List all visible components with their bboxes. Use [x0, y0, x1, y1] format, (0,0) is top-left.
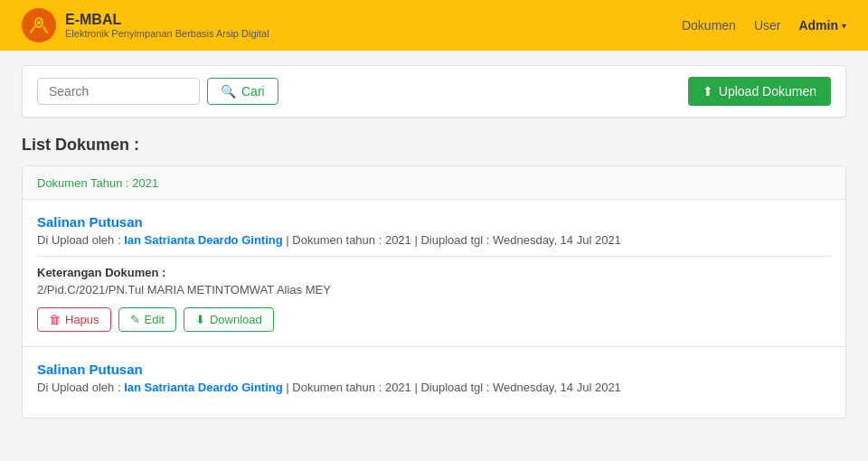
uploader-1: Ian Satrianta Deardo Ginting: [124, 381, 283, 394]
search-icon: 🔍: [221, 84, 236, 99]
brand-subtitle: Elektronik Penyimpanan Berbasis Arsip Di…: [65, 28, 269, 39]
upload-date-0: Diupload tgl : Wednesday, 14 Jul 2021: [420, 233, 620, 247]
hapus-button-0[interactable]: 🗑 Hapus: [37, 307, 111, 332]
keterangan-value-0: 2/Pid.C/2021/PN.Tul MARIA METINTOMWAT Al…: [37, 283, 831, 296]
year-label: Dokumen Tahun : 2021: [37, 176, 158, 190]
dokumen-container: Dokumen Tahun : 2021 Salinan Putusan Di …: [22, 165, 846, 419]
brand-logo: [22, 8, 56, 42]
chevron-down-icon: ▾: [842, 21, 846, 31]
download-icon: ⬇: [195, 313, 205, 326]
dokumen-meta-0: Di Upload oleh : Ian Satrianta Deardo Gi…: [37, 233, 831, 247]
main-content: 🔍 Cari ⬆ Upload Dokumen List Dokumen : D…: [0, 51, 868, 461]
dokumen-item: Salinan Putusan Di Upload oleh : Ian Sat…: [23, 200, 845, 347]
dokumen-item-1: Salinan Putusan Di Upload oleh : Ian Sat…: [23, 347, 845, 418]
dokumen-title-1[interactable]: Salinan Putusan: [37, 362, 831, 377]
main-nav: Dokumen User Admin ▾: [682, 18, 846, 33]
nav-dokumen[interactable]: Dokumen: [682, 18, 736, 33]
upload-prefix-0: Di Upload oleh :: [37, 233, 121, 247]
header: E-MBAL Elektronik Penyimpanan Berbasis A…: [0, 0, 868, 51]
list-title: List Dokumen :: [22, 136, 846, 155]
uploader-0: Ian Satrianta Deardo Ginting: [124, 233, 283, 247]
search-input[interactable]: [37, 78, 200, 105]
cari-label: Cari: [241, 84, 265, 99]
upload-label: Upload Dokumen: [719, 84, 816, 99]
dokumen-title-0[interactable]: Salinan Putusan: [37, 214, 831, 230]
year-header: Dokumen Tahun : 2021: [23, 166, 845, 200]
upload-prefix-1: Di Upload oleh :: [37, 381, 121, 394]
download-button-0[interactable]: ⬇ Download: [184, 307, 274, 332]
search-bar: 🔍 Cari ⬆ Upload Dokumen: [22, 65, 846, 118]
edit-button-0[interactable]: ✎ Edit: [118, 307, 176, 332]
doc-year-0: Dokumen tahun : 2021: [292, 233, 411, 247]
trash-icon: 🗑: [49, 313, 61, 326]
nav-admin-label: Admin: [798, 18, 838, 33]
nav-admin-dropdown[interactable]: Admin ▾: [798, 18, 846, 33]
dokumen-actions-0: 🗑 Hapus ✎ Edit ⬇ Download: [37, 307, 831, 332]
nav-user[interactable]: User: [754, 18, 781, 33]
dokumen-divider-0: [37, 256, 831, 257]
brand-text: E-MBAL Elektronik Penyimpanan Berbasis A…: [65, 12, 269, 39]
keterangan-label-0: Keterangan Dokumen :: [37, 266, 831, 279]
brand: E-MBAL Elektronik Penyimpanan Berbasis A…: [22, 8, 269, 42]
edit-icon: ✎: [130, 313, 140, 326]
cari-button[interactable]: 🔍 Cari: [207, 78, 278, 105]
doc-year-1: Dokumen tahun : 2021: [292, 381, 411, 394]
dokumen-meta-1: Di Upload oleh : Ian Satrianta Deardo Gi…: [37, 381, 831, 394]
upload-date-1: Diupload tgl : Wednesday, 14 Jul 2021: [420, 381, 620, 394]
upload-icon: ⬆: [703, 84, 713, 99]
svg-point-3: [37, 21, 41, 24]
upload-button[interactable]: ⬆ Upload Dokumen: [688, 77, 831, 106]
brand-title: E-MBAL: [65, 12, 269, 28]
